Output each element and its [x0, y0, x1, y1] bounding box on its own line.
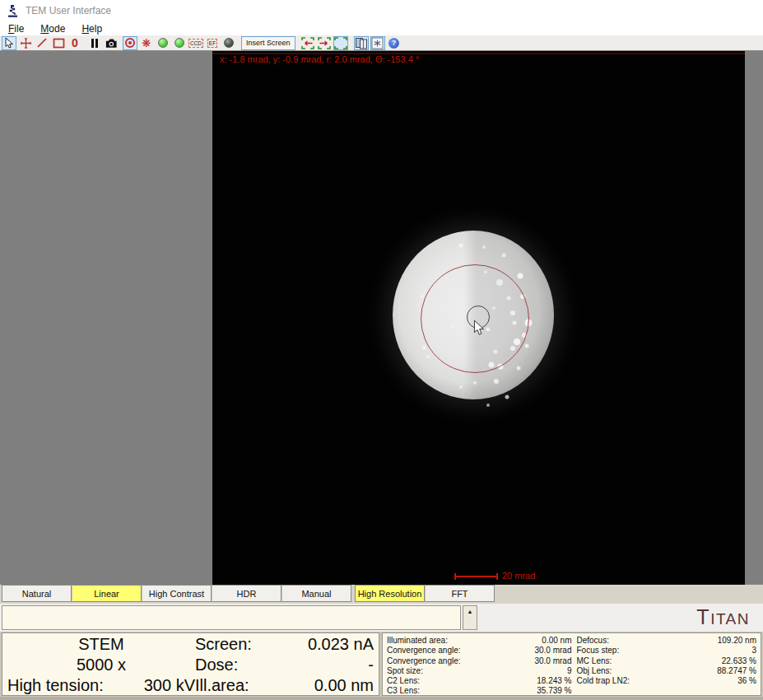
info-label: Cold trap LN2:: [577, 676, 738, 686]
ccd-icon: CCD: [188, 39, 203, 48]
status-green-button-2[interactable]: [172, 36, 187, 50]
screen-insert-arrow-button[interactable]: [300, 36, 315, 50]
zero-tool-icon: 0: [72, 37, 78, 49]
beam-target-button[interactable]: [123, 36, 137, 50]
bracket-arrow-right-icon: [318, 37, 331, 49]
menu-file[interactable]: File: [0, 23, 32, 35]
info-label: Obj Lens:: [577, 666, 718, 676]
info-value: 0.00 nm: [542, 636, 571, 646]
tab-fft[interactable]: FFT: [425, 585, 495, 602]
info-row-obj-lens: Obj Lens:88.2747 %: [577, 666, 757, 676]
screen-current-value: 0.023 nA: [275, 634, 374, 655]
info-row-defocus: Defocus:109.20 nm: [577, 636, 757, 646]
screen-retract-arrow-button[interactable]: [317, 36, 332, 50]
high-tension-label: High tension:: [7, 675, 129, 696]
info-value: 30.0 mrad: [534, 656, 571, 666]
info-value: 30.0 mrad: [534, 646, 571, 656]
pause-button[interactable]: [87, 36, 102, 50]
dark-sphere-icon: [224, 38, 234, 48]
info-label: Convergence angle:: [387, 646, 534, 656]
info-label: Illuminated area:: [387, 636, 542, 646]
scale-bar-line: [454, 576, 498, 577]
info-value: 109.20 nm: [718, 636, 756, 646]
scale-bar: 20 mrad: [454, 572, 535, 581]
ccd-button[interactable]: CCD: [188, 36, 203, 50]
info-value: 36 %: [737, 676, 756, 686]
magnification-readout: 5000 x: [7, 655, 195, 675]
left-gray-panel: [0, 51, 212, 585]
detail-readout-panel: Illuminated area:0.00 nm Convergence ang…: [382, 632, 761, 696]
app-icon: [7, 4, 19, 18]
bracket-empty-icon: [334, 37, 347, 49]
bracket-arrow-left-icon: [301, 37, 314, 49]
window-title: TEM User Interface: [26, 5, 111, 16]
panels-button[interactable]: [354, 36, 369, 50]
display-mode-tab-row: Natural Linear High Contrast HDR Manual …: [0, 585, 763, 604]
cursor-tool-icon: [5, 37, 14, 49]
dose-label: Dose:: [195, 655, 275, 675]
rectangle-tool-button[interactable]: [51, 36, 66, 50]
tab-linear[interactable]: Linear: [72, 585, 142, 602]
info-value: 35.739 %: [537, 686, 571, 696]
ef-icon: EF: [207, 39, 217, 48]
line-tool-button[interactable]: [35, 36, 49, 50]
bottom-readout-panels: STEM Screen: 0.023 nA 5000 x Dose: - Hig…: [0, 632, 763, 697]
info-row-mc-lens: MC Lens:22.633 %: [577, 656, 757, 666]
camera-icon: [105, 37, 118, 49]
tem-user-interface-window: TEM User Interface File Mode Help 0: [0, 0, 763, 700]
info-row-illuminated-area: Illuminated area:0.00 nm: [387, 636, 572, 646]
info-label: C2 Lens:: [387, 676, 537, 686]
status-row: ▲ TITAN: [0, 604, 763, 632]
info-row-c3-lens: C3 Lens:35.739 %: [387, 686, 572, 696]
info-row-convergence-angle-2: Convergence angle:30.0 mrad: [387, 656, 572, 666]
info-label: Convergence angle:: [387, 656, 534, 666]
tab-manual[interactable]: Manual: [281, 585, 351, 602]
info-row-spot-size: Spot size:9: [387, 666, 572, 676]
status-dark-button[interactable]: [221, 36, 236, 50]
info-row-c2-lens: C2 Lens:18.243 %: [387, 676, 572, 686]
status-scroll-up-button[interactable]: ▲: [463, 605, 477, 630]
insert-screen-button[interactable]: Insert Screen: [241, 36, 295, 50]
snowflake-icon: ❋: [142, 38, 151, 49]
tab-high-resolution[interactable]: High Resolution: [355, 585, 425, 602]
menu-help[interactable]: Help: [73, 23, 110, 35]
help-icon: ?: [388, 38, 399, 49]
pause-icon: [91, 39, 98, 48]
zero-tool-button[interactable]: 0: [67, 36, 82, 50]
dose-value: -: [275, 655, 374, 675]
flu-screen-viewport[interactable]: x: -1.8 mrad, y: -0.9 mrad, r: 2.0 mrad,…: [212, 51, 745, 585]
ef-button[interactable]: EF: [205, 36, 220, 50]
primary-readout-panel: STEM Screen: 0.023 nA 5000 x Dose: - Hig…: [2, 632, 379, 696]
info-label: C3 Lens:: [387, 686, 537, 696]
coordinate-readout: x: -1.8 mrad, y: -0.9 mrad, r: 2.0 mrad,…: [220, 54, 419, 64]
help-button[interactable]: ?: [387, 36, 402, 50]
tab-hdr[interactable]: HDR: [212, 585, 281, 602]
full-frame-button[interactable]: [333, 36, 348, 50]
workspace-button[interactable]: [370, 36, 385, 50]
ill-area-value: 0.00 nm: [275, 675, 374, 696]
bottom-edge-strip: [0, 697, 763, 700]
crosshair-tool-icon: [20, 37, 32, 49]
mode-readout: STEM: [7, 634, 195, 655]
info-value: 88.2747 %: [717, 666, 756, 676]
menu-bar: File Mode Help: [0, 21, 763, 35]
titan-brand-label: TITAN: [696, 603, 750, 633]
line-tool-icon: [36, 37, 48, 49]
beam-blank-button[interactable]: ❋: [139, 36, 154, 50]
cursor-tool-button[interactable]: [2, 36, 16, 50]
tab-natural[interactable]: Natural: [2, 585, 72, 602]
info-value: 22.633 %: [722, 656, 756, 666]
status-message-box[interactable]: [2, 605, 461, 630]
asterisk-box-icon: [371, 37, 384, 49]
main-area: x: -1.8 mrad, y: -0.9 mrad, r: 2.0 mrad,…: [0, 51, 763, 585]
panels-icon: [355, 37, 368, 49]
menu-mode[interactable]: Mode: [32, 23, 73, 35]
crosshair-tool-button[interactable]: [18, 36, 33, 50]
camera-button[interactable]: [104, 36, 119, 50]
toolbar: 0 ❋ CCD EF Insert Screen: [0, 35, 763, 51]
rectangle-tool-icon: [53, 38, 65, 49]
info-row-focus-step: Focus step:3: [577, 646, 757, 656]
info-label: MC Lens:: [577, 656, 722, 666]
status-green-button-1[interactable]: [156, 36, 170, 50]
tab-high-contrast[interactable]: High Contrast: [142, 585, 212, 602]
